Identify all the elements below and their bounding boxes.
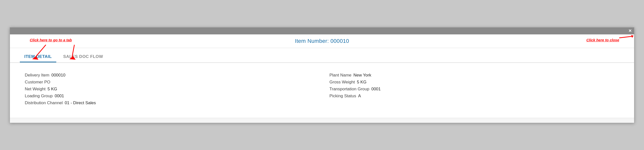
picking-status-label: Picking Status [330, 94, 356, 99]
tabs-row: ITEM DETAIL SALES DOC FLOW [10, 48, 634, 63]
plant-name-value: New York [354, 73, 371, 78]
transportation-group-label: Transportation Group [330, 87, 369, 92]
header-row: Item Number: 000010 [10, 34, 634, 48]
field-net-weight: Net Weight 5 KG [25, 87, 314, 92]
close-hint-label[interactable]: Click here to close [586, 38, 619, 42]
field-picking-status: Picking Status A [330, 94, 619, 99]
close-x-button[interactable]: ✕ [628, 29, 632, 33]
gross-weight-value: 5 KG [357, 80, 366, 85]
transportation-group-value: 0001 [371, 87, 381, 92]
field-loading-group: Loading Group 0001 [25, 94, 314, 99]
tab-hint-label[interactable]: Click here to go to a tab [30, 38, 72, 42]
net-weight-value: 5 KG [48, 87, 57, 92]
field-customer-po: Customer PO [25, 80, 314, 85]
delivery-item-value: 000010 [51, 73, 66, 78]
customer-po-label: Customer PO [25, 80, 50, 85]
loading-group-value: 0001 [54, 94, 64, 99]
loading-group-label: Loading Group [25, 94, 52, 99]
right-column: Plant Name New York Gross Weight 5 KG Tr… [314, 73, 619, 105]
left-column: Delivery Item 000010 Customer PO Net Wei… [25, 73, 314, 105]
field-distribution-channel: Distribution Channel 01 - Direct Sales [25, 101, 314, 105]
field-gross-weight: Gross Weight 5 KG [330, 80, 619, 85]
tab-item-detail[interactable]: ITEM DETAIL [20, 52, 56, 62]
modal-footer [10, 118, 634, 123]
delivery-item-label: Delivery Item [25, 73, 49, 78]
content-area: Delivery Item 000010 Customer PO Net Wei… [10, 63, 634, 118]
field-transportation-group: Transportation Group 0001 [330, 87, 619, 92]
net-weight-label: Net Weight [25, 87, 46, 92]
tab-sales-doc-flow[interactable]: SALES DOC FLOW [59, 52, 108, 62]
distribution-channel-label: Distribution Channel [25, 101, 63, 105]
picking-status-value: A [358, 94, 361, 99]
distribution-channel-value: 01 - Direct Sales [65, 101, 96, 105]
item-number-title: Item Number: 000010 [295, 38, 349, 44]
plant-name-label: Plant Name [330, 73, 352, 78]
title-bar: ✕ [10, 27, 634, 34]
modal-container: ✕ Click here to go to a tab Click here t… [10, 27, 634, 123]
gross-weight-label: Gross Weight [330, 80, 355, 85]
field-plant-name: Plant Name New York [330, 73, 619, 78]
field-delivery-item: Delivery Item 000010 [25, 73, 314, 78]
